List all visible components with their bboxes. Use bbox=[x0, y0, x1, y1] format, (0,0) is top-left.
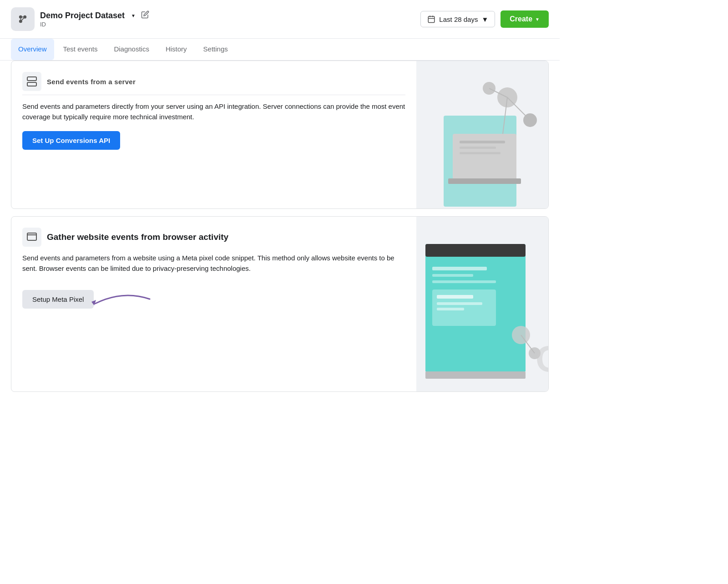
tab-test-events[interactable]: Test events bbox=[56, 39, 105, 60]
main-content: Send events from a server Send events an… bbox=[0, 61, 560, 410]
arrow-annotation bbox=[86, 285, 159, 313]
tab-overview[interactable]: Overview bbox=[11, 39, 54, 60]
date-chevron-icon: ▼ bbox=[481, 15, 488, 23]
svg-rect-11 bbox=[27, 82, 36, 86]
server-card: Send events from a server Send events an… bbox=[11, 61, 549, 209]
edit-icon[interactable] bbox=[141, 10, 149, 21]
project-id-label: ID bbox=[40, 21, 415, 28]
setup-meta-pixel-button[interactable]: Setup Meta Pixel bbox=[22, 290, 94, 309]
tab-settings[interactable]: Settings bbox=[196, 39, 235, 60]
browser-icon bbox=[26, 232, 37, 243]
svg-rect-25 bbox=[460, 147, 496, 149]
server-illustration bbox=[416, 61, 548, 207]
svg-point-2 bbox=[19, 15, 22, 19]
svg-rect-10 bbox=[27, 77, 36, 81]
title-chevron-icon[interactable]: ▼ bbox=[131, 13, 136, 18]
svg-rect-26 bbox=[460, 152, 500, 154]
create-chevron-icon: ▼ bbox=[535, 17, 540, 22]
svg-rect-17 bbox=[448, 178, 521, 184]
header: Demo Project Dataset ▼ ID Last 28 days ▼ bbox=[0, 0, 560, 39]
calendar-icon bbox=[427, 15, 435, 23]
analytics-icon bbox=[16, 13, 29, 25]
svg-rect-42 bbox=[437, 308, 464, 310]
server-card-image bbox=[416, 61, 548, 208]
svg-rect-24 bbox=[460, 141, 505, 143]
svg-rect-46 bbox=[425, 371, 526, 379]
browser-card-body: Gather website events from browser activ… bbox=[11, 217, 416, 391]
svg-rect-41 bbox=[437, 302, 482, 305]
date-range-button[interactable]: Last 28 days ▼ bbox=[420, 11, 495, 27]
server-card-body: Send events from a server Send events an… bbox=[11, 61, 416, 208]
svg-text:C: C bbox=[536, 339, 548, 379]
setup-conversions-api-button[interactable]: Set Up Conversions API bbox=[22, 131, 120, 150]
svg-rect-36 bbox=[432, 267, 487, 270]
tab-history[interactable]: History bbox=[158, 39, 194, 60]
project-title: Demo Project Dataset bbox=[40, 11, 125, 20]
arrow-annotation-container: Setup Meta Pixel bbox=[22, 290, 94, 309]
browser-card-description: Send events and parameters from a websit… bbox=[22, 253, 405, 274]
svg-rect-6 bbox=[429, 16, 435, 23]
browser-card-header: Gather website events from browser activ… bbox=[22, 228, 405, 247]
browser-card-image: C bbox=[416, 217, 548, 391]
svg-rect-40 bbox=[437, 295, 473, 299]
svg-line-5 bbox=[22, 18, 24, 20]
server-card-description: Send events and parameters directly from… bbox=[22, 102, 405, 122]
create-button[interactable]: Create ▼ bbox=[500, 10, 549, 28]
tab-diagnostics[interactable]: Diagnostics bbox=[106, 39, 157, 60]
browser-card-title: Gather website events from browser activ… bbox=[47, 232, 228, 242]
svg-rect-34 bbox=[425, 244, 526, 257]
svg-rect-38 bbox=[432, 280, 496, 283]
server-card-icon bbox=[22, 72, 41, 91]
header-right: Last 28 days ▼ Create ▼ bbox=[420, 10, 549, 28]
browser-card: Gather website events from browser activ… bbox=[11, 216, 549, 392]
app-icon bbox=[11, 7, 35, 31]
server-card-header: Send events from a server bbox=[22, 72, 405, 95]
nav-tabs: Overview Test events Diagnostics History… bbox=[0, 39, 560, 61]
svg-rect-27 bbox=[27, 233, 36, 240]
browser-card-icon-wrapper bbox=[22, 228, 41, 247]
browser-illustration: C bbox=[416, 217, 548, 390]
svg-rect-37 bbox=[432, 274, 473, 277]
server-card-title: Send events from a server bbox=[47, 78, 136, 86]
header-title-block: Demo Project Dataset ▼ ID bbox=[40, 10, 415, 28]
date-range-label: Last 28 days bbox=[439, 15, 478, 23]
server-icon bbox=[26, 76, 37, 87]
